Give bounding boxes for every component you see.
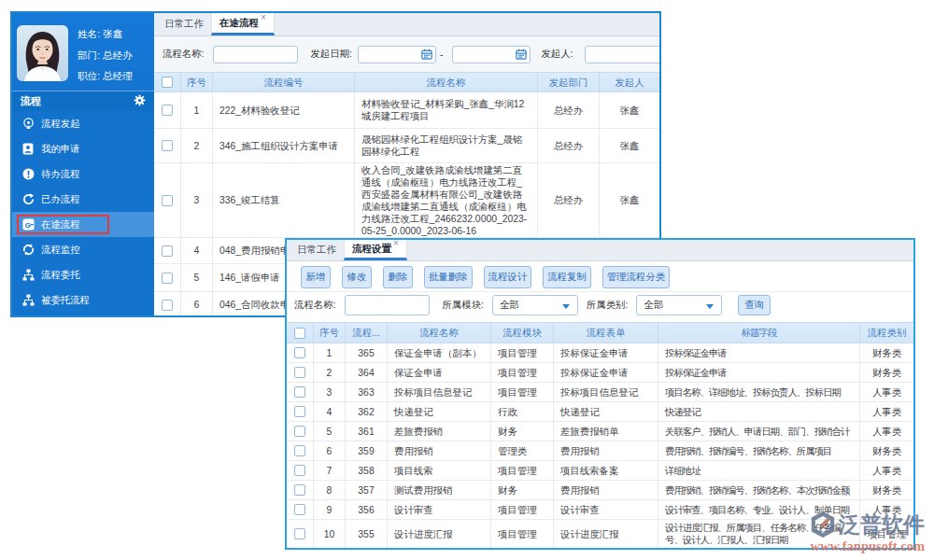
cell-module: 项目管理 bbox=[491, 383, 554, 401]
profile-dept: 部门: 总经办 bbox=[78, 49, 133, 61]
toolbar-button-6[interactable]: 流程复制 bbox=[543, 266, 591, 288]
filter-name-input[interactable] bbox=[213, 46, 298, 63]
sidebar-item-4[interactable]: 已办流程 bbox=[12, 187, 154, 212]
sidebar-item-1[interactable]: 流程发起 bbox=[12, 111, 154, 136]
sidebar-item-3[interactable]: 待办流程 bbox=[12, 161, 154, 187]
row-checkbox-cell bbox=[154, 163, 181, 237]
table-row[interactable]: 6359费用报销管理类费用报销费用报销、报销编号、报销名称、所属项目财务类 bbox=[287, 441, 913, 461]
close-icon[interactable]: × bbox=[393, 238, 399, 248]
close-icon[interactable]: × bbox=[261, 13, 266, 22]
table-row[interactable]: 1222_材料验收登记材料验收登记_材料采购_张鑫_华润12城房建工程项目总经办… bbox=[154, 92, 659, 129]
chevron-down-icon bbox=[562, 304, 570, 309]
cell-module: 行政 bbox=[491, 402, 554, 421]
sidebar: 姓名: 张鑫 部门: 总经办 职位: 总经理 流程 bbox=[12, 13, 154, 315]
table-row[interactable]: 2346_施工组织设计方案申请晟铭园林绿化工程组织设计方案_晟铭园林绿化工程总经… bbox=[154, 129, 659, 163]
screen: 姓名: 张鑫 部门: 总经办 职位: 总经理 流程 bbox=[0, 0, 934, 560]
module-select[interactable]: 全部 bbox=[492, 295, 578, 315]
tab-2[interactable]: 在途流程× bbox=[211, 13, 275, 35]
category-select[interactable]: 全部 bbox=[636, 295, 722, 315]
table-row[interactable]: 10355设计进度汇报项目管理设计进度汇报设计进度汇报、所属项目、任务名称、任务… bbox=[287, 520, 913, 549]
row-checkbox[interactable] bbox=[294, 484, 305, 496]
table-row[interactable]: 3363投标项目信息登记项目管理投标项目信息登记项目名称、详细地址、投标负责人、… bbox=[287, 383, 913, 402]
table-row[interactable]: 3336_竣工结算收入合同_改建铁路成渝线增建第二直通线（成渝枢纽）电力线路迁改… bbox=[154, 163, 659, 238]
column-header: 流程... bbox=[346, 323, 388, 343]
select-all-checkbox[interactable] bbox=[162, 77, 173, 88]
sidebar-item-label: 流程发起 bbox=[35, 118, 80, 131]
main-filterbar: 流程名称: 发起日期: bbox=[154, 36, 659, 72]
table-row[interactable]: 8357测试费用报销财务费用报销费用报销、报销编号、报销名称、本次报销金额财务类 bbox=[287, 481, 913, 500]
tab-1[interactable]: 日常工作 bbox=[157, 13, 211, 35]
row-checkbox[interactable] bbox=[294, 426, 305, 437]
row-checkbox[interactable] bbox=[294, 367, 305, 378]
cell-title-fields: 设计审查、项目名称、专业、设计人、制单日期 bbox=[658, 500, 860, 519]
cell-initiator: 张鑫 bbox=[600, 163, 659, 237]
row-checkbox[interactable] bbox=[162, 105, 173, 116]
row-checkbox[interactable] bbox=[162, 245, 173, 257]
calendar-icon[interactable] bbox=[421, 49, 432, 62]
row-checkbox[interactable] bbox=[162, 195, 173, 206]
row-checkbox[interactable] bbox=[294, 504, 305, 515]
toolbar-button-7[interactable]: 管理流程分类 bbox=[602, 266, 670, 288]
cell-form: 设计进度汇报 bbox=[554, 520, 658, 548]
settings-table: 序号流程...流程名称流程模块流程表单标题字段流程类别 1365保证金申请（副本… bbox=[287, 322, 913, 549]
cell-name: 测试费用报销 bbox=[388, 481, 491, 499]
filter-initiator-input[interactable] bbox=[585, 46, 659, 63]
table-row[interactable]: 7358项目线索项目管理项目线索备案详细地址人事类 bbox=[287, 461, 913, 481]
column-header bbox=[287, 323, 314, 343]
toolbar-button-3[interactable]: 删除 bbox=[383, 266, 413, 288]
table-row[interactable]: 2364保证金申请项目管理投标保证金申请投标保证金申请财务类 bbox=[287, 363, 913, 383]
row-checkbox[interactable] bbox=[294, 347, 305, 358]
cell-no: 10 bbox=[314, 520, 346, 548]
cell-name: 设计进度汇报 bbox=[388, 520, 491, 548]
filter-name-input[interactable] bbox=[345, 295, 430, 315]
cell-module: 项目管理 bbox=[491, 363, 554, 382]
cell-title-fields: 费用报销、报销编号、报销名称、所属项目 bbox=[658, 441, 860, 460]
broadcast-icon bbox=[21, 118, 35, 131]
sidebar-item-7[interactable]: 流程委托 bbox=[12, 262, 154, 287]
cell-title-fields: 费用报销、报销编号、报销名称、本次报销金额 bbox=[658, 481, 860, 499]
search-button[interactable]: 查询 bbox=[738, 295, 771, 315]
row-checkbox[interactable] bbox=[294, 465, 305, 476]
sidebar-item-6[interactable]: 流程监控 bbox=[12, 237, 154, 262]
table-row[interactable]: 9356设计审查项目管理设计审查设计审查、项目名称、专业、设计人、制单日期人事类 bbox=[287, 500, 913, 520]
cell-code: 364 bbox=[346, 363, 388, 382]
sidebar-item-label: 流程委托 bbox=[35, 269, 80, 282]
row-checkbox[interactable] bbox=[162, 140, 173, 151]
cell-no: 1 bbox=[314, 343, 346, 362]
row-checkbox[interactable] bbox=[294, 406, 305, 417]
cell-category: 人事类 bbox=[860, 422, 913, 441]
settings-filterbar: 流程名称: 所属模块: 全部 所属类别: 全部 查询 bbox=[287, 291, 913, 317]
sidebar-item-label: 已办流程 bbox=[35, 193, 80, 206]
redo-icon bbox=[21, 193, 35, 206]
table-row[interactable]: 5361差旅费报销财务差旅费报销单关联客户、报销人、申请日期、部门、报销合计人事… bbox=[287, 422, 913, 441]
row-checkbox[interactable] bbox=[162, 300, 173, 311]
row-checkbox[interactable] bbox=[162, 273, 173, 284]
cell-code: 361 bbox=[346, 422, 388, 441]
select-all-checkbox[interactable] bbox=[294, 328, 305, 339]
row-checkbox[interactable] bbox=[294, 528, 305, 539]
tab-2[interactable]: 流程设置× bbox=[344, 240, 407, 260]
sidebar-item-5[interactable]: G在途流程 bbox=[12, 212, 154, 237]
cell-code: 336_竣工结算 bbox=[213, 163, 355, 237]
gear-icon[interactable] bbox=[134, 94, 146, 108]
toolbar-button-5[interactable]: 流程设计 bbox=[484, 266, 532, 288]
row-checkbox[interactable] bbox=[294, 445, 305, 456]
calendar-icon[interactable] bbox=[516, 49, 527, 62]
sidebar-item-8[interactable]: 被委托流程 bbox=[12, 287, 154, 313]
column-header: 序号 bbox=[314, 323, 346, 343]
row-checkbox-cell bbox=[287, 481, 314, 499]
sidebar-section-header: 流程 bbox=[12, 91, 154, 111]
cell-module: 项目管理 bbox=[491, 520, 554, 548]
toolbar-button-2[interactable]: 修改 bbox=[342, 266, 372, 288]
cell-dept: 总经办 bbox=[538, 92, 600, 128]
toolbar-button-4[interactable]: 批量删除 bbox=[424, 266, 473, 288]
date-range-separator: - bbox=[440, 49, 443, 60]
sidebar-section-title: 流程 bbox=[21, 94, 134, 108]
sidebar-item-2[interactable]: 我的申请 bbox=[12, 136, 154, 161]
cell-no: 8 bbox=[314, 481, 346, 499]
toolbar-button-1[interactable]: 新增 bbox=[301, 266, 331, 288]
tab-1[interactable]: 日常工作 bbox=[290, 240, 344, 260]
table-row[interactable]: 1365保证金申请（副本）项目管理投标保证金申请投标保证金申请财务类 bbox=[287, 343, 913, 363]
row-checkbox[interactable] bbox=[294, 386, 305, 398]
table-row[interactable]: 4362快递登记行政快递登记快递登记人事类 bbox=[287, 402, 913, 422]
